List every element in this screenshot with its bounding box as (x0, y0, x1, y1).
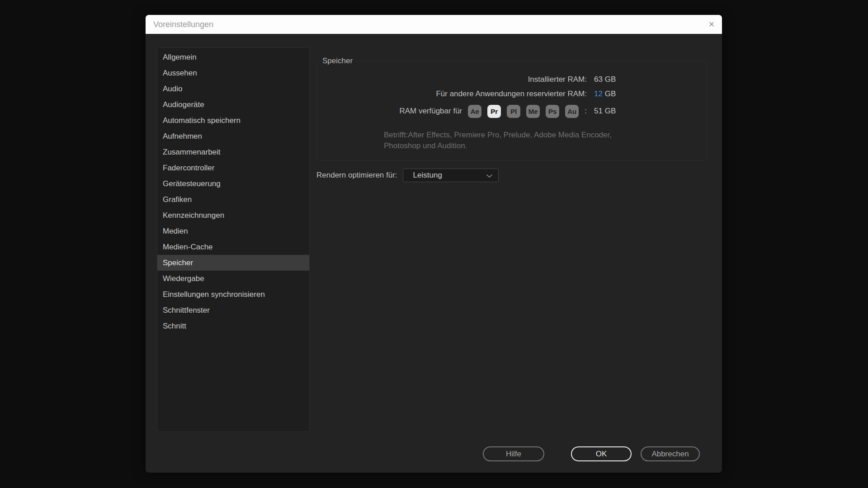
memory-group: Speicher Installierter RAM: 63 GB Für an… (316, 61, 707, 160)
sidebar-item-medien[interactable]: Medien (157, 223, 309, 239)
memory-note-line2: Photoshop und Audition. (384, 141, 467, 150)
cancel-button[interactable]: Abbrechen (641, 446, 700, 461)
reserved-ram-row: Für andere Anwendungen reservierter RAM:… (317, 89, 707, 99)
reserved-ram-label: Für andere Anwendungen reservierter RAM: (317, 89, 587, 99)
dialog-titlebar[interactable]: Voreinstellungen × (146, 15, 722, 34)
render-optimize-selected-value: Leistung (413, 171, 442, 180)
memory-note-line1: After Effects, Premiere Pro, Prelude, Ad… (408, 131, 612, 139)
ok-button[interactable]: OK (571, 446, 632, 461)
sidebar-item-wiedergabe[interactable]: Wiedergabe (157, 271, 309, 286)
installed-ram-label: Installierter RAM: (317, 75, 587, 84)
prelude-badge-icon: Pl (507, 105, 520, 118)
sidebar-item-geraetesteuerung[interactable]: Gerätesteuerung (157, 176, 309, 192)
preferences-dialog: Voreinstellungen × AllgemeinAussehenAudi… (146, 15, 722, 473)
preferences-category-list: AllgemeinAussehenAudioAudiogeräteAutomat… (157, 47, 310, 432)
sidebar-item-allgemein[interactable]: Allgemein (157, 49, 309, 65)
app-badges: AePrPlMePsAu (468, 105, 579, 118)
premiere-pro-badge-icon: Pr (487, 105, 501, 118)
sidebar-item-grafiken[interactable]: Grafiken (157, 192, 309, 207)
after-effects-badge-icon: Ae (468, 105, 481, 118)
sidebar-item-einstellungen-synchronisieren[interactable]: Einstellungen synchronisieren (157, 286, 309, 302)
available-ram-row: RAM verfügbar für AePrPlMePsAu : 51 GB (317, 104, 707, 118)
sidebar-item-medien-cache[interactable]: Medien-Cache (157, 239, 309, 255)
memory-note-prefix: Betrifft: (384, 131, 408, 139)
reserved-ram-value: 12 GB (594, 89, 616, 99)
available-ram-label: RAM verfügbar für (399, 107, 462, 116)
memory-note: Betrifft:After Effects, Premiere Pro, Pr… (384, 130, 707, 151)
help-button[interactable]: Hilfe (483, 446, 544, 461)
memory-group-legend: Speicher (319, 56, 356, 66)
render-optimize-select[interactable]: Leistung (403, 169, 499, 182)
available-ram-label-group: RAM verfügbar für AePrPlMePsAu : (317, 105, 587, 118)
installed-ram-row: Installierter RAM: 63 GB (317, 75, 707, 84)
dialog-title: Voreinstellungen (153, 20, 213, 29)
sidebar-item-audio[interactable]: Audio (157, 81, 309, 97)
sidebar-item-aufnehmen[interactable]: Aufnehmen (157, 128, 309, 144)
sidebar-item-audiogeraete[interactable]: Audiogeräte (157, 97, 309, 113)
media-encoder-badge-icon: Me (526, 105, 540, 118)
available-ram-colon: : (585, 107, 587, 116)
sidebar-item-schnittfenster[interactable]: Schnittfenster (157, 302, 309, 318)
photoshop-badge-icon: Ps (546, 105, 559, 118)
close-icon: × (709, 19, 715, 30)
sidebar-item-automatisch-speichern[interactable]: Automatisch speichern (157, 113, 309, 128)
installed-ram-value: 63 GB (594, 75, 616, 84)
render-optimize-label: Rendern optimieren für: (316, 171, 397, 180)
close-button[interactable]: × (701, 15, 722, 34)
sidebar-item-speicher[interactable]: Speicher (157, 255, 309, 271)
reserved-ram-hot-text[interactable]: 12 (594, 89, 603, 98)
sidebar-item-schnitt[interactable]: Schnitt (157, 318, 309, 334)
audition-badge-icon: Au (565, 105, 579, 118)
sidebar-item-aussehen[interactable]: Aussehen (157, 65, 309, 81)
sidebar-item-zusammenarbeit[interactable]: Zusammenarbeit (157, 144, 309, 160)
sidebar-item-fadercontroller[interactable]: Fadercontroller (157, 160, 309, 176)
available-ram-value: 51 GB (594, 107, 616, 116)
render-optimize-row: Rendern optimieren für: Leistung (316, 169, 499, 182)
chevron-down-icon (486, 174, 493, 178)
sidebar-item-kennzeichnungen[interactable]: Kennzeichnungen (157, 207, 309, 223)
